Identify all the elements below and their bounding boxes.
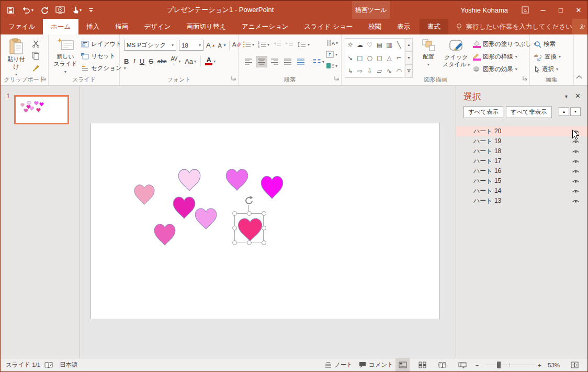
columns-button[interactable]: ▾: [313, 59, 324, 65]
bold-button[interactable]: B: [124, 57, 129, 65]
format-painter-icon[interactable]: [30, 62, 41, 73]
rotation-handle[interactable]: [244, 195, 254, 207]
align-text-button[interactable]: ▾: [326, 49, 338, 60]
numbering-button[interactable]: 123▾: [258, 41, 269, 48]
slide-counter[interactable]: スライド 1/1: [6, 358, 40, 371]
font-size-select[interactable]: 18▾: [179, 40, 203, 51]
fit-slide-to-window-icon[interactable]: [571, 358, 579, 371]
rectangle-shape-icon[interactable]: □: [355, 52, 365, 65]
zoom-slider-track[interactable]: [484, 365, 534, 365]
heart-shape[interactable]: [153, 222, 177, 247]
resize-handle-ne[interactable]: [262, 211, 266, 216]
double-strikethrough-button[interactable]: abc: [157, 58, 167, 64]
zoom-in-button[interactable]: +: [538, 358, 541, 371]
heart-shape[interactable]: [177, 167, 202, 192]
strikethrough-button[interactable]: S: [149, 57, 153, 65]
elbow-connector-icon[interactable]: ⌐: [394, 52, 404, 65]
replace-button[interactable]: abac 置換▾: [534, 51, 561, 63]
change-case-button[interactable]: Aa▾: [185, 57, 196, 65]
selection-item-row[interactable]: ハート 13: [456, 196, 587, 206]
minimize-button[interactable]: ─: [534, 1, 552, 19]
redo-icon[interactable]: [40, 6, 49, 14]
drawing-dialog-launcher-icon[interactable]: [523, 73, 527, 83]
heart-shape[interactable]: [224, 167, 250, 192]
font-color-button[interactable]: A ▾: [205, 57, 216, 65]
font-name-select[interactable]: MS Pゴシック▾: [124, 40, 176, 51]
arrow-shape-icon[interactable]: ↘: [345, 52, 355, 65]
selection-item-row[interactable]: ハート 19: [456, 136, 587, 146]
resize-handle-n[interactable]: [247, 211, 252, 216]
touch-mode-dropdown[interactable]: ▾: [80, 8, 82, 13]
heart-shape[interactable]: [194, 206, 218, 230]
zoom-slider[interactable]: [484, 358, 534, 371]
vertical-text-box-icon[interactable]: ▥: [385, 39, 394, 52]
paste-button[interactable]: 貼り付け ▾: [5, 38, 28, 77]
quick-styles-button[interactable]: クイック スタイル ▾: [442, 39, 470, 68]
undo-icon[interactable]: ▾: [21, 6, 33, 14]
slide-editing-surface[interactable]: [91, 123, 440, 319]
align-center-button[interactable]: [256, 56, 267, 67]
zoom-slider-thumb[interactable]: [497, 362, 501, 368]
underline-button[interactable]: U: [140, 57, 144, 65]
selection-item-row[interactable]: ハート 14: [456, 186, 587, 196]
character-spacing-button[interactable]: AV↔▾: [171, 56, 181, 66]
undo-dropdown[interactable]: ▾: [31, 8, 33, 13]
touch-mouse-mode-icon[interactable]: ▾: [72, 6, 82, 14]
visibility-eye-icon[interactable]: [572, 159, 580, 164]
ribbon-tab[interactable]: 書式: [420, 19, 448, 34]
share-button[interactable]: 共有: [572, 19, 588, 34]
comments-button[interactable]: コメント: [359, 358, 393, 371]
quick-styles-dropdown[interactable]: ▾: [468, 63, 470, 67]
new-slide-dropdown[interactable]: ▾: [64, 69, 66, 74]
new-slide-button[interactable]: 新しい スライド ▾: [52, 38, 79, 75]
start-slideshow-icon[interactable]: [55, 6, 65, 14]
ribbon-tab[interactable]: 挿入: [78, 19, 107, 34]
bullets-button[interactable]: ▾: [243, 41, 254, 48]
cloud-shape-icon[interactable]: ☁: [355, 39, 365, 52]
selection-item-row[interactable]: ハート 15: [456, 176, 587, 186]
font-dialog-launcher-icon[interactable]: [231, 73, 236, 83]
tell-me-box[interactable]: 実行したい作業を入力してください: [456, 19, 572, 34]
visibility-eye-icon[interactable]: [572, 199, 580, 204]
visibility-eye-icon[interactable]: [572, 149, 580, 154]
shape-fill-button[interactable]: 図形の塗りつぶし▾: [472, 38, 536, 50]
ribbon-display-options-icon[interactable]: [516, 1, 534, 19]
align-left-button[interactable]: [243, 56, 254, 67]
text-box-icon[interactable]: ▤: [375, 39, 385, 52]
selected-heart-shape[interactable]: [236, 216, 264, 242]
sun-shape-icon[interactable]: ☼: [345, 39, 355, 52]
layout-button[interactable]: レイアウト▾: [81, 38, 126, 50]
copy-icon[interactable]: [30, 50, 41, 61]
increase-font-size-button[interactable]: A▲: [206, 41, 216, 49]
convert-to-smartart-button[interactable]: ▾: [326, 61, 338, 71]
selection-item-row[interactable]: ハート 16: [456, 166, 587, 176]
clipboard-dialog-launcher-icon[interactable]: [41, 73, 46, 83]
oval-shape-icon[interactable]: ○: [365, 52, 375, 65]
triangle-shape-icon[interactable]: △: [385, 52, 394, 65]
arrange-dropdown[interactable]: ▾: [427, 62, 429, 67]
section-button[interactable]: セクション▾: [81, 62, 126, 74]
text-direction-button[interactable]: A▾: [326, 38, 338, 48]
ribbon-tab[interactable]: 描画: [107, 19, 136, 34]
paragraph-dialog-launcher-icon[interactable]: [334, 73, 339, 83]
hide-all-button[interactable]: すべて非表示: [506, 106, 552, 118]
resize-handle-nw[interactable]: [232, 211, 237, 216]
selection-item-row[interactable]: ハート 20: [456, 126, 587, 136]
spellcheck-icon[interactable]: [44, 358, 53, 371]
resize-handle-w[interactable]: [232, 226, 237, 230]
justify-button[interactable]: [282, 56, 293, 67]
heart-shape[interactable]: [259, 174, 285, 200]
send-backward-icon[interactable]: ▼: [570, 107, 581, 116]
normal-view-button[interactable]: [395, 358, 410, 371]
selection-item-row[interactable]: ハート 18: [456, 146, 587, 156]
ribbon-tab[interactable]: デザイン: [136, 19, 178, 34]
slide-thumbnail[interactable]: [14, 95, 69, 124]
decrease-indent-icon[interactable]: [273, 40, 281, 49]
selection-item-row[interactable]: ハート 17: [456, 156, 587, 166]
ribbon-tab[interactable]: スライド ショー: [296, 19, 360, 34]
customize-qat-icon[interactable]: [88, 7, 94, 13]
resize-handle-e[interactable]: [262, 226, 266, 230]
slideshow-view-button[interactable]: [455, 358, 469, 371]
decrease-font-size-button[interactable]: A▼: [218, 42, 227, 49]
ribbon-tab[interactable]: 表示: [389, 19, 418, 34]
